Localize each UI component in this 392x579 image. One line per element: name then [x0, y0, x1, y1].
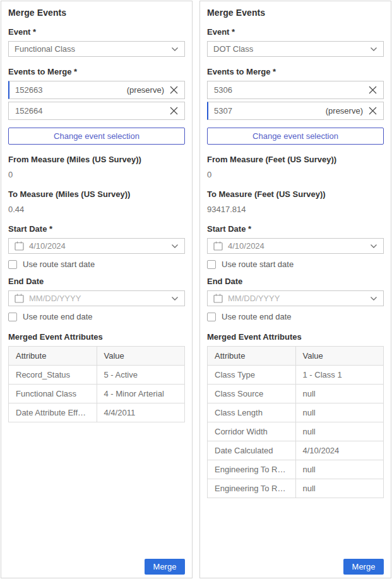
to-measure-value: 93417.814	[207, 205, 384, 214]
calendar-icon	[213, 241, 223, 251]
chevron-down-icon	[370, 47, 377, 52]
value-cell: null	[295, 403, 384, 422]
chevron-down-icon	[171, 244, 179, 249]
merged-event-attributes-label: Merged Event Attributes	[207, 332, 384, 342]
value-cell: null	[295, 385, 384, 403]
table-row: Engineering To RouteID null	[208, 460, 384, 479]
event-to-merge-field[interactable]: 5306	[207, 81, 384, 99]
panel-title: Merge Events	[207, 8, 384, 18]
merged-event-attributes-label: Merged Event Attributes	[8, 332, 185, 342]
attribute-cell: Corridor Width	[208, 422, 296, 441]
event-to-merge-field[interactable]: 152663 (preserve)	[8, 81, 185, 99]
remove-event-icon[interactable]	[369, 86, 377, 94]
end-date-picker[interactable]: MM/DD/YYYY	[207, 290, 384, 306]
to-measure-value: 0.44	[8, 205, 185, 214]
value-cell: null	[295, 479, 384, 498]
calendar-icon	[15, 294, 24, 303]
value-cell: 1 - Class 1	[295, 366, 384, 385]
event-id: 152663	[15, 85, 127, 95]
event-id: 152664	[15, 106, 164, 116]
remove-event-icon[interactable]	[369, 107, 377, 115]
end-date-picker[interactable]: MM/DD/YYYY	[8, 290, 185, 306]
table-header-value: Value	[295, 347, 384, 366]
end-date-placeholder: MM/DD/YYYY	[29, 294, 166, 303]
end-date-label: End Date	[207, 277, 384, 286]
value-cell: 4/4/2011	[97, 403, 185, 422]
table-row: Class Length null	[208, 403, 384, 422]
table-row: Date Attribute Effective 4/4/2011	[9, 403, 185, 422]
attribute-cell: Date Calculated	[208, 441, 296, 460]
attribute-cell: Class Length	[208, 403, 296, 422]
change-event-selection-button[interactable]: Change event selection	[8, 128, 185, 145]
table-row: Date Calculated 4/10/2024	[208, 441, 384, 460]
table-header-value: Value	[97, 347, 185, 366]
event-label: Event *	[8, 27, 185, 37]
merge-events-panel-left: Merge Events Event * Functional Class Ev…	[1, 1, 193, 578]
event-to-merge-field[interactable]: 152664	[8, 102, 185, 120]
end-date-label: End Date	[8, 277, 185, 286]
from-measure-label: From Measure (Miles (US Survey))	[8, 155, 185, 164]
merge-button[interactable]: Merge	[343, 559, 384, 575]
table-row: Engineering To Route ... null	[208, 479, 384, 498]
events-to-merge-label: Events to Merge *	[8, 67, 185, 76]
attribute-cell: Engineering To Route ...	[208, 479, 296, 498]
preserve-badge: (preserve)	[127, 85, 164, 95]
use-route-start-date-label: Use route start date	[23, 260, 95, 269]
chevron-down-icon	[171, 296, 179, 301]
merged-event-attributes-table: Attribute Value Class Type 1 - Class 1 C…	[207, 346, 384, 498]
start-date-label: Start Date *	[207, 224, 384, 234]
value-cell: null	[295, 422, 384, 441]
chevron-down-icon	[370, 296, 377, 301]
start-date-value: 4/10/2024	[228, 241, 365, 251]
use-route-start-date-checkbox[interactable]	[8, 260, 17, 269]
attribute-cell: Functional Class	[9, 385, 97, 403]
from-measure-value: 0	[8, 170, 185, 179]
event-id: 5307	[214, 106, 326, 116]
merge-events-panel-right: Merge Events Event * DOT Class Events to…	[199, 1, 391, 578]
event-select[interactable]: Functional Class	[8, 41, 185, 57]
start-date-picker[interactable]: 4/10/2024	[8, 238, 185, 254]
remove-event-icon[interactable]	[170, 107, 178, 115]
chevron-down-icon	[171, 47, 179, 52]
from-measure-label: From Measure (Feet (US Survey))	[207, 155, 384, 164]
chevron-down-icon	[370, 244, 377, 249]
use-route-start-date-checkbox[interactable]	[207, 260, 216, 269]
merge-button[interactable]: Merge	[145, 559, 185, 575]
attribute-cell: Engineering To RouteID	[208, 460, 296, 479]
remove-event-icon[interactable]	[170, 86, 178, 94]
start-date-picker[interactable]: 4/10/2024	[207, 238, 384, 254]
end-date-placeholder: MM/DD/YYYY	[228, 294, 365, 303]
event-id: 5306	[214, 85, 363, 95]
table-row: Corridor Width null	[208, 422, 384, 441]
attribute-cell: Date Attribute Effective	[9, 403, 97, 422]
use-route-end-date-label: Use route end date	[222, 312, 292, 321]
event-to-merge-field[interactable]: 5307 (preserve)	[207, 102, 384, 120]
event-select-value: DOT Class	[213, 44, 370, 54]
table-row: Record_Status 5 - Active	[9, 366, 185, 385]
table-header-attribute: Attribute	[9, 347, 97, 366]
merge-events-panels: Merge Events Event * Functional Class Ev…	[0, 0, 392, 579]
merged-event-attributes-table: Attribute Value Record_Status 5 - Active…	[8, 346, 185, 422]
attribute-cell: Record_Status	[9, 366, 97, 385]
value-cell: null	[295, 460, 384, 479]
use-route-end-date-label: Use route end date	[23, 312, 93, 321]
change-event-selection-button[interactable]: Change event selection	[207, 128, 384, 145]
attribute-cell: Class Source	[208, 385, 296, 403]
to-measure-label: To Measure (Feet (US Survey))	[207, 189, 384, 199]
use-route-end-date-checkbox[interactable]	[8, 313, 17, 321]
start-date-value: 4/10/2024	[29, 241, 166, 251]
table-header-attribute: Attribute	[208, 347, 296, 366]
value-cell: 4/10/2024	[295, 441, 384, 460]
event-select[interactable]: DOT Class	[207, 41, 384, 57]
from-measure-value: 0	[207, 170, 384, 179]
event-select-value: Functional Class	[15, 44, 171, 54]
preserve-badge: (preserve)	[326, 106, 363, 116]
calendar-icon	[15, 241, 24, 251]
value-cell: 5 - Active	[97, 366, 185, 385]
value-cell: 4 - Minor Arterial	[97, 385, 185, 403]
use-route-end-date-checkbox[interactable]	[207, 313, 216, 321]
event-label: Event *	[207, 27, 384, 37]
to-measure-label: To Measure (Miles (US Survey))	[8, 189, 185, 199]
panel-title: Merge Events	[8, 8, 185, 18]
table-row: Class Source null	[208, 385, 384, 403]
